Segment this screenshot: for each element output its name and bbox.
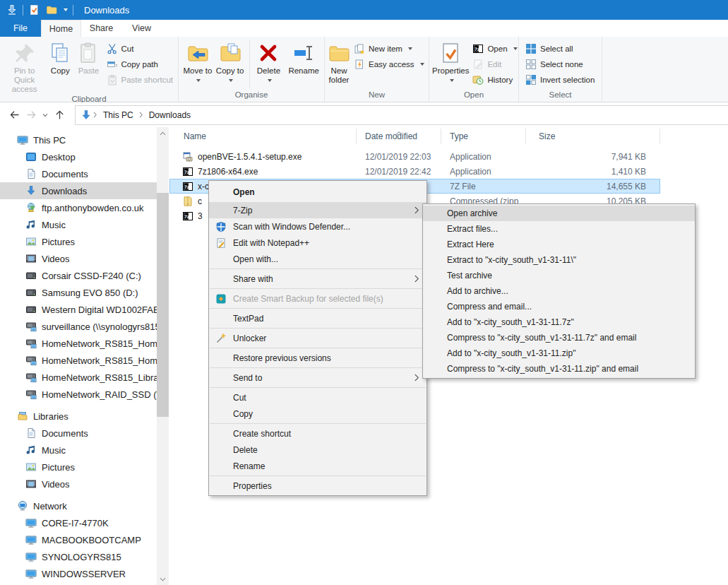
- ribbon-button-select-all[interactable]: Select all: [522, 41, 598, 57]
- sort-ascending-icon: [395, 127, 402, 137]
- sidebar-item-documents[interactable]: Documents: [0, 165, 157, 182]
- sidebar-item-windowsserver[interactable]: WINDOWSSERVER: [0, 565, 157, 582]
- context-menu-item-rename[interactable]: Rename: [209, 458, 426, 474]
- sidebar-item-videos[interactable]: Videos: [0, 475, 157, 492]
- submenu-item-add-to-archive[interactable]: Add to archive...: [423, 283, 695, 299]
- ribbon-button-properties[interactable]: Properties: [432, 39, 469, 81]
- sidebar-item-samsung-evo-850-d[interactable]: Samsung EVO 850 (D:): [0, 284, 157, 301]
- submenu-item-compress-to-x-city-south-v1-31-11-7z-and-email[interactable]: Compress to "x-city_south_v1-31-11.7z" a…: [423, 330, 695, 345]
- context-menu-item-textpad[interactable]: TextPad: [209, 310, 426, 326]
- tab-view[interactable]: View: [121, 20, 162, 37]
- submenu-item-compress-to-x-city-south-v1-31-11-zip-and-email[interactable]: Compress to "x-city_south_v1-31-11.zip" …: [423, 361, 695, 377]
- qat-customize-chevron-icon[interactable]: [64, 8, 68, 11]
- context-menu-item-share-with[interactable]: Share with: [209, 271, 426, 287]
- context-menu-item-unlocker[interactable]: Unlocker: [209, 330, 426, 346]
- forward-button[interactable]: [23, 107, 40, 124]
- submenu-item-open-archive[interactable]: Open archive: [423, 206, 695, 221]
- ribbon-button-invert-selection[interactable]: Invert selection: [522, 72, 598, 88]
- submenu-item-add-to-x-city-south-v1-31-11-zip[interactable]: Add to "x-city_south_v1-31-11.zip": [423, 345, 695, 361]
- context-menu-item-send-to[interactable]: Send to: [209, 370, 426, 386]
- column-header-date-modified[interactable]: Date modified: [357, 129, 441, 144]
- ribbon-button-copy-to[interactable]: Copy to: [214, 39, 246, 85]
- context-menu-item-open[interactable]: Open: [209, 182, 426, 202]
- context-menu-item-7-zip[interactable]: 7-Zip: [209, 202, 426, 218]
- sidebar-item-macbookbootcamp[interactable]: MACBOOKBOOTCAMP: [0, 531, 157, 548]
- submenu-item-extract-here[interactable]: Extract Here: [423, 237, 695, 252]
- sidebar-item-homenetwork-rs815-homesto[interactable]: HomeNetwork_RS815_HomeSto: [0, 352, 157, 369]
- sidebar-item-core-i7-4770k[interactable]: CORE-I7-4770K: [0, 514, 157, 531]
- sidebar-item-videos[interactable]: Videos: [0, 250, 157, 267]
- ribbon-button-move-to[interactable]: Move to: [181, 39, 214, 85]
- sidebar-item-music[interactable]: Music: [0, 216, 157, 233]
- sidebar-item-homenetwork-rs815-homeme[interactable]: HomeNetwork_RS815_HomeMe: [0, 335, 157, 352]
- ribbon-button-copy-path[interactable]: Copy path: [103, 57, 177, 72]
- column-header-type[interactable]: Type: [441, 129, 526, 144]
- submenu-item-extract-files[interactable]: Extract files...: [423, 221, 695, 237]
- context-menu-item-properties[interactable]: Properties: [209, 478, 426, 494]
- sidebar-item-homenetwork-raid-ssd-win[interactable]: HomeNetwork_RAID_SSD (\\win: [0, 386, 157, 403]
- ribbon-button-select-none[interactable]: Select none: [522, 57, 598, 72]
- sidebar-item-this-pc[interactable]: This PC: [0, 131, 157, 148]
- submenu-item-compress-and-email[interactable]: Compress and email...: [423, 299, 695, 314]
- scrollbar-thumb[interactable]: [157, 193, 169, 417]
- sidebar-item-libraries[interactable]: Libraries: [0, 408, 157, 425]
- file-row[interactable]: 7z7z1806-x64.exe12/01/2019 22:42Applicat…: [169, 164, 660, 179]
- sidebar-item-western-digital-wd1002faex-e[interactable]: Western Digital WD1002FAEX (E: [0, 301, 157, 318]
- back-button[interactable]: [6, 107, 23, 124]
- file-size: 7,941 KB: [526, 152, 660, 162]
- context-menu-item-create-smart-backup-for-selected-file-s[interactable]: Create Smart Backup for selected file(s): [209, 290, 426, 307]
- sidebar-item-documents[interactable]: Documents: [0, 425, 157, 442]
- ribbon-button-paste[interactable]: Paste: [74, 39, 102, 76]
- breadcrumb-downloads[interactable]: Downloads: [145, 106, 195, 124]
- ribbon-button-new-folder[interactable]: New folder: [328, 39, 350, 85]
- ribbon-button-cut[interactable]: Cut: [103, 41, 177, 57]
- context-menu-item-cut[interactable]: Cut: [209, 389, 426, 406]
- sidebar-item-pictures[interactable]: Pictures: [0, 459, 157, 475]
- tab-file[interactable]: File: [0, 20, 41, 37]
- ribbon-button-new-item[interactable]: New item: [350, 41, 428, 57]
- recent-locations-chevron[interactable]: [40, 107, 51, 124]
- ribbon-button-rename[interactable]: Rename: [285, 39, 323, 76]
- address-bar[interactable]: This PC Downloads: [75, 105, 728, 125]
- up-button[interactable]: [51, 107, 68, 124]
- qat-new-folder-icon[interactable]: [46, 4, 57, 16]
- sidebar-item-desktop[interactable]: Desktop: [0, 148, 157, 165]
- sidebar-item-ftp-anthonybowden-co-uk[interactable]: ftp.anthonybowden.co.uk: [0, 199, 157, 216]
- context-menu-item-delete[interactable]: Delete: [209, 442, 426, 458]
- ribbon-button-pin-to-quick-access[interactable]: Pin to Quick access: [3, 39, 46, 94]
- sidebar-item-music[interactable]: Music: [0, 442, 157, 459]
- ribbon-button-history[interactable]: History: [469, 72, 520, 88]
- scrollbar-down-arrow-icon[interactable]: [157, 573, 169, 585]
- sidebar-scrollbar[interactable]: [157, 127, 169, 585]
- ribbon-button-paste-shortcut[interactable]: Paste shortcut: [103, 72, 177, 88]
- ribbon-button-edit[interactable]: Edit: [469, 57, 520, 72]
- file-row[interactable]: openBVE-1.5.4.1-setup.exe12/01/2019 22:0…: [169, 149, 660, 164]
- column-header-name[interactable]: Name: [169, 129, 357, 144]
- sidebar-item-network[interactable]: Network: [0, 497, 157, 514]
- qat-properties-icon[interactable]: [28, 4, 40, 16]
- context-menu-item-open-with[interactable]: Open with...: [209, 251, 426, 267]
- sidebar-item-corsair-cssd-f240-c[interactable]: Corsair CSSD-F240 (C:): [0, 267, 157, 284]
- submenu-item-test-archive[interactable]: Test archive: [423, 268, 695, 283]
- sidebar-item-homenetwork-rs815-library[interactable]: HomeNetwork_RS815_Library (\: [0, 369, 157, 386]
- sidebar-item-synologyrs815[interactable]: SYNOLOGYRS815: [0, 548, 157, 565]
- context-menu-item-edit-with-notepad[interactable]: Edit with Notepad++: [209, 235, 426, 251]
- breadcrumb-this-pc[interactable]: This PC: [99, 106, 138, 124]
- sidebar-item-pictures[interactable]: Pictures: [0, 233, 157, 250]
- scrollbar-up-arrow-icon[interactable]: [157, 127, 169, 139]
- context-menu-item-restore-previous-versions[interactable]: Restore previous versions: [209, 350, 426, 366]
- column-header-size[interactable]: Size: [526, 129, 660, 144]
- sidebar-item-surveillance-synologyrs815-h[interactable]: surveillance (\\synologyrs815.h: [0, 318, 157, 335]
- context-menu-item-copy[interactable]: Copy: [209, 406, 426, 422]
- tab-share[interactable]: Share: [81, 20, 121, 37]
- submenu-item-extract-to-x-city-south-v1-31-11[interactable]: Extract to "x-city_south_v1-31-11\": [423, 252, 695, 268]
- ribbon-button-open[interactable]: 7zOpen: [469, 41, 520, 57]
- ribbon-button-easy-access[interactable]: Easy access: [350, 57, 428, 72]
- ribbon-button-copy[interactable]: Copy: [46, 39, 74, 76]
- context-menu-item-create-shortcut[interactable]: Create shortcut: [209, 425, 426, 442]
- context-menu-item-scan-with-windows-defender[interactable]: Scan with Windows Defender...: [209, 218, 426, 235]
- ribbon-button-delete[interactable]: Delete: [253, 39, 285, 81]
- tab-home[interactable]: Home: [41, 20, 81, 37]
- sidebar-item-downloads[interactable]: Downloads: [0, 182, 157, 199]
- submenu-item-add-to-x-city-south-v1-31-11-7z[interactable]: Add to "x-city_south_v1-31-11.7z": [423, 314, 695, 330]
